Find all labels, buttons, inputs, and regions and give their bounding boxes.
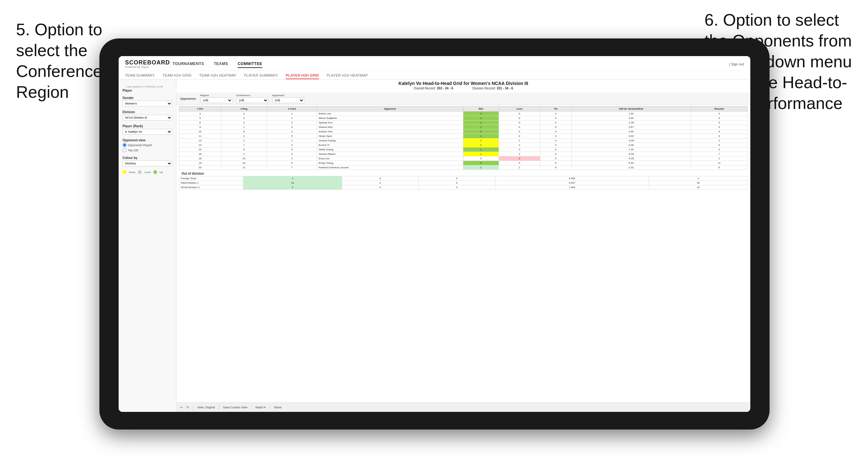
filter-conf-select[interactable]: (All) [236,97,268,103]
th-loss: Loss [499,106,540,112]
cell-loss: 0 [499,116,540,121]
cell-rounds: 6 [691,165,747,170]
ood-tie: 0 [418,185,495,190]
sub-nav: TEAM SUMMARY TEAM H2H GRID TEAM H2H HEAT… [125,70,744,79]
filter-conf-group: Conference (All) [236,94,268,103]
cell-opponent: Sharon Mun [317,125,463,129]
cell-conf: 1 [267,112,317,116]
subnav-team-h2h-grid[interactable]: TEAM H2H GRID [162,72,191,79]
cell-tie: 0 [540,134,572,138]
cell-reg: 2 [221,134,267,138]
main-table: # Div # Reg # Conf Opponent Win Loss Tie… [179,106,748,170]
cell-tie: 0 [540,116,572,121]
cell-conf: 5 [267,134,317,138]
player-rank-select[interactable]: 8. Katelyn Vo [123,129,172,135]
sign-out[interactable]: | Sign out [729,62,744,66]
table-row: 11 2 5 Heejo Hyun 1 0 0 3.33 3 [179,134,748,138]
toolbar-undo[interactable]: ↩ [180,406,183,409]
radio-opponents-played[interactable]: Opponents Played [123,143,172,147]
cell-diff: 4.00 [571,116,691,121]
filter-region-select[interactable]: (All) [200,97,232,103]
nav-committee[interactable]: COMMITTEE [238,60,262,68]
subnav-player-h2h-heatmap[interactable]: PLAYER H2H HEATMAP [327,72,368,79]
cell-opponent: Heejo Hyun [317,134,463,138]
division-select[interactable]: NCAA Division III [123,115,172,121]
cell-loss: 1 [499,138,540,143]
th-reg: # Reg [221,106,267,112]
cell-diff: -0.94 [571,152,691,156]
view-original-btn[interactable]: View: Original [197,406,215,409]
cell-conf: 1 [267,138,317,143]
main-content: Last Updated: 27/03/2024 10:44 Player Ge… [119,80,750,412]
filter-opp-label: Opponent [272,94,304,97]
cell-tie: 0 [540,165,572,170]
subnav-player-summary[interactable]: PLAYER SUMMARY [244,72,278,79]
table-row: 15 8 5 Stella Cheng 1 0 0 1.25 4 [179,148,748,152]
cell-rounds: 11 [691,161,747,165]
subnav-team-h2h-heatmap[interactable]: TEAM H2H HEATMAP [199,72,236,79]
ood-diff: 4.500 [495,176,649,181]
gender-select[interactable]: Women's [123,101,172,106]
watch-btn[interactable]: Watch ▾ [255,406,266,409]
nav-items: TOURNAMENTS TEAMS COMMITTEE [173,60,262,68]
ood-table-row: NAIA Division 1 15 0 0 9.267 30 [179,181,748,185]
ood-loss: 0 [342,176,418,181]
toolbar-redo[interactable]: ↻ [187,406,189,409]
bottom-toolbar: ↩ ↻ View: Original Save Custom View Watc… [176,402,750,412]
up-label: Up [160,171,163,174]
ood-table-row: NCAA Division 2 5 0 0 7.400 10 [179,185,748,190]
cell-tie: 0 [540,112,572,116]
subnav-player-h2h-grid[interactable]: PLAYER H2H GRID [286,72,319,79]
save-custom-btn[interactable]: Save Custom View [223,406,247,409]
ood-label: NAIA Division 1 [179,181,243,185]
cell-diff: -1.00 [571,121,691,125]
sidebar-player-rank-label: Player (Rank) [123,124,172,128]
filter-row: Opponents: Region (All) Conference (All) [176,93,750,105]
share-btn[interactable]: Share [274,406,282,409]
filter-opp-select[interactable]: (All) [272,97,304,103]
cell-reg: 1 [221,125,267,129]
table-row: 14 7 4 Eunice Yi 2 2 0 0.38 9 [179,143,748,148]
sidebar-player-rank-section: Player (Rank) 8. Katelyn Vo [123,124,172,135]
sidebar-player-label: Player [123,89,172,92]
cell-diff: 0.38 [571,143,691,148]
logo-area: SCOREBOARD Powered by clippd TOURNAMENTS… [125,59,262,69]
filter-region-group: Region (All) [200,94,232,103]
cell-rounds: 9 [691,143,747,148]
cell-tie: 0 [540,129,572,134]
table-row: 9 1 4 Sharon Mun 1 0 0 3.67 3 [179,125,748,129]
cell-loss: 2 [499,152,540,156]
cell-rounds: 4 [691,148,747,152]
table-row: 16 2 3 Jessica Mason 1 2 0 -0.94 7 [179,152,748,156]
out-of-division-header: Out of division [179,170,748,176]
nav-tournaments[interactable]: TOURNAMENTS [173,60,204,68]
table-row: 18 10 2 Euna Lee 0 3 0 -5.00 2 [179,156,748,161]
cell-win: 2 [463,143,499,148]
nav-teams[interactable]: TEAMS [214,60,228,68]
ood-label: NCAA Division 2 [179,185,243,190]
cell-tie: 0 [540,148,572,152]
sidebar-colour-by-label: Colour by [123,156,172,160]
cell-diff: -3.00 [571,138,691,143]
cell-diff: 4.00 [571,129,691,134]
th-win: Win [463,106,499,112]
cell-div: 20 [179,165,221,170]
tablet-screen: SCOREBOARD Powered by clippd TOURNAMENTS… [119,56,750,412]
cell-div: 11 [179,134,221,138]
cell-rounds: 3 [691,121,747,125]
cell-conf: 4 [267,143,317,148]
th-diff: Diff Av Strokes/Rnd [571,106,691,112]
radio-top100[interactable]: Top 100 [123,148,172,152]
sidebar: Last Updated: 27/03/2024 10:44 Player Ge… [119,80,176,412]
cell-rounds: 4 [691,112,747,116]
ood-tie: 0 [418,176,495,181]
cell-reg: 10 [221,161,267,165]
cell-diff: 1.33 [571,165,691,170]
cell-rounds: 3 [691,134,747,138]
level-label: Level [144,171,150,174]
cell-opponent: Emily Chang [317,161,463,165]
subnav-team-summary[interactable]: TEAM SUMMARY [125,72,155,79]
colour-by-select[interactable]: Win/loss [123,161,172,166]
cell-win: 1 [463,134,499,138]
cell-reg: 7 [221,143,267,148]
